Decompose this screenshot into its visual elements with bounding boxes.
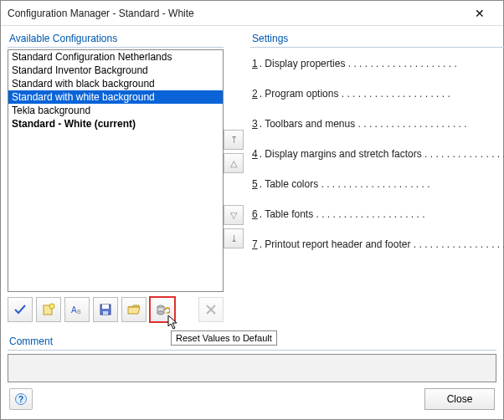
settings-row: 2. Program options . . . . . . . . . . .… [252, 83, 504, 105]
window-title: Configuration Manager - Standard - White [8, 8, 463, 19]
svg-text:B: B [77, 309, 81, 315]
available-configs-label: Available Configurations [8, 31, 224, 48]
settings-row-label: 7. Printout report header and footer . .… [252, 238, 504, 250]
config-item[interactable]: Standard Inventor Background [8, 64, 223, 77]
left-pane: Available Configurations Standard Config… [8, 31, 224, 332]
footer: ? Close [1, 386, 503, 419]
svg-text:?: ? [18, 395, 23, 404]
config-item[interactable]: Standard - White (current) [8, 117, 223, 131]
settings-row-label: 5. Table colors . . . . . . . . . . . . … [252, 178, 504, 190]
settings-row: 6. Table fonts . . . . . . . . . . . . .… [252, 203, 504, 225]
move-down-button[interactable]: ▽ [224, 205, 244, 225]
config-item[interactable]: Standard Configuration Netherlands [8, 50, 223, 64]
config-item[interactable]: Tekla background [8, 104, 223, 117]
comment-label: Comment [8, 334, 496, 351]
titlebar: Configuration Manager - Standard - White… [1, 1, 503, 26]
delete-button[interactable] [198, 297, 224, 322]
svg-rect-6 [103, 311, 108, 315]
window-close-button[interactable]: ✕ [463, 2, 496, 25]
rename-button[interactable]: AB [64, 297, 90, 322]
settings-row: 1. Display properties . . . . . . . . . … [252, 53, 504, 74]
open-button[interactable] [121, 297, 147, 322]
config-item[interactable]: Standard with white background [8, 90, 223, 104]
left-toolbar: AB [8, 292, 224, 327]
comment-area: Comment [8, 334, 496, 382]
content: Available Configurations Standard Config… [1, 26, 503, 332]
settings-row-label: 6. Table fonts . . . . . . . . . . . . .… [252, 208, 504, 220]
settings-row-label: 2. Program options . . . . . . . . . . .… [252, 88, 504, 100]
close-button[interactable]: Close [424, 388, 495, 410]
apply-button[interactable] [8, 297, 33, 322]
config-list[interactable]: Standard Configuration NetherlandsStanda… [8, 49, 224, 292]
window: Configuration Manager - Standard - White… [0, 0, 504, 420]
settings-row-label: 4. Display margins and stretch factors .… [252, 148, 504, 160]
svg-rect-5 [102, 305, 109, 309]
svg-text:A: A [71, 305, 77, 315]
settings-row: 7. Printout report header and footer . .… [252, 233, 504, 255]
settings-row-label: 1. Display properties . . . . . . . . . … [252, 58, 504, 69]
config-item[interactable]: Standard with black background [8, 77, 223, 90]
settings-label: Settings [250, 31, 504, 48]
settings-row: 4. Display margins and stretch factors .… [252, 143, 504, 165]
settings-row: 5. Table colors . . . . . . . . . . . . … [252, 173, 504, 195]
right-pane: Settings 1. Display properties . . . . .… [244, 31, 504, 332]
new-button[interactable] [36, 297, 61, 322]
save-button[interactable] [93, 297, 118, 322]
settings-list: 1. Display properties . . . . . . . . . … [250, 49, 504, 259]
svg-point-1 [49, 304, 54, 309]
move-top-button[interactable]: ⤒ [224, 130, 244, 150]
move-bottom-button[interactable]: ⤓ [224, 228, 244, 248]
help-button[interactable]: ? [9, 388, 33, 410]
reset-button[interactable] [150, 297, 175, 322]
move-up-button[interactable]: △ [224, 153, 244, 173]
svg-point-9 [157, 311, 164, 315]
reorder-column: ⤒ △ ▽ ⤓ [224, 31, 244, 332]
settings-row-label: 3. Toolbars and menus . . . . . . . . . … [252, 118, 504, 130]
comment-input[interactable] [8, 354, 496, 382]
settings-row: 3. Toolbars and menus . . . . . . . . . … [252, 113, 504, 135]
